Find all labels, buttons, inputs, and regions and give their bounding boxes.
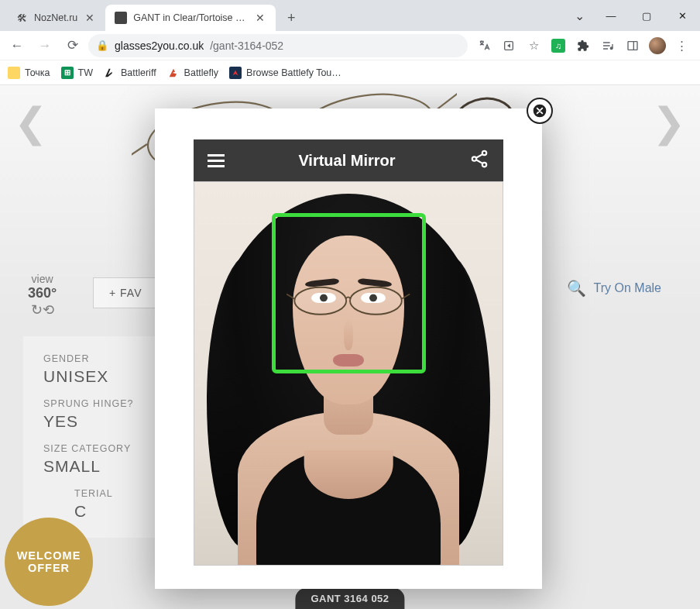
svg-point-9: [482, 151, 486, 155]
bookmark-label: Battlefly: [184, 67, 218, 78]
playlist-icon[interactable]: [598, 36, 618, 56]
lock-icon: 🔒: [96, 40, 108, 51]
tab-gant[interactable]: GANT in Clear/Tortoise Brown A ✕: [105, 5, 276, 31]
virtual-mirror-modal: Virtual Mirror: [155, 108, 542, 589]
spec-value: YES: [43, 412, 158, 431]
mirror-icon: 🔍: [567, 279, 586, 298]
back-button[interactable]: ←: [5, 33, 29, 58]
favourite-button[interactable]: + FAV: [93, 277, 158, 308]
favourite-label: + FAV: [109, 287, 142, 299]
site-favicon: [115, 12, 127, 24]
face-detection-box: [272, 213, 426, 373]
new-tab-button[interactable]: +: [280, 7, 302, 29]
translate-icon[interactable]: [474, 36, 494, 56]
wrench-icon: 🛠: [15, 12, 28, 24]
product-code: GANT 3164 052: [311, 593, 389, 604]
welcome-offer-line1: WELCOME: [17, 549, 81, 562]
svg-point-11: [482, 163, 486, 167]
view360-value: 360°: [28, 285, 57, 301]
url-path: /gant-3164-052: [210, 40, 283, 52]
close-icon: [532, 103, 547, 119]
bookmark-tw[interactable]: ⊞ TW: [61, 67, 93, 79]
bookmark-label: Точка: [25, 67, 50, 78]
folder-icon: [8, 67, 20, 79]
minimize-button[interactable]: —: [593, 4, 629, 27]
extensions-icon[interactable]: [573, 36, 593, 56]
model-photo: [194, 182, 503, 565]
site-icon: [229, 67, 242, 79]
extension-icons: ☆ ♫ ⋮: [471, 36, 695, 56]
modal-close-button[interactable]: [527, 98, 553, 124]
menu-button[interactable]: ⋮: [672, 36, 692, 56]
toolbar: ← → ⟳ 🔒 glasses2you.co.uk/gant-3164-052 …: [0, 31, 700, 60]
view-360-button[interactable]: view 360° ↻⟲: [28, 273, 57, 318]
maximize-button[interactable]: ▢: [629, 4, 664, 27]
bookmark-label: TW: [78, 67, 93, 78]
profile-avatar[interactable]: [647, 36, 667, 56]
page-content: ❮ ❯ view 360° ↻⟲ + FAV 🔍 Try On Male GEN…: [0, 85, 700, 609]
chevron-down-icon[interactable]: ⌄: [565, 4, 593, 27]
bookmarks-bar: Точка ⊞ TW Battleriff Battlefly Browse B…: [0, 60, 700, 85]
spec-label: TERIAL: [74, 488, 158, 499]
share-icon[interactable]: [469, 149, 489, 172]
spec-label: GENDER: [43, 353, 158, 364]
close-window-button[interactable]: ✕: [664, 4, 700, 27]
bookmark-tochka[interactable]: Точка: [8, 67, 50, 79]
modal-header: Virtual Mirror: [194, 139, 503, 181]
modal-title: Virtual Mirror: [225, 152, 469, 170]
share-icon[interactable]: [499, 36, 519, 56]
tab-title: GANT in Clear/Tortoise Brown A: [133, 12, 248, 23]
close-icon[interactable]: ✕: [254, 12, 266, 24]
address-bar[interactable]: 🔒 glasses2you.co.uk/gant-3164-052: [88, 34, 468, 57]
svg-rect-2: [628, 41, 637, 50]
spec-label: SIZE CATEGORY: [43, 443, 158, 454]
welcome-offer-badge[interactable]: WELCOME OFFER: [5, 518, 93, 606]
spec-value: SMALL: [43, 457, 158, 476]
menu-icon[interactable]: [208, 154, 225, 167]
window-titlebar: 🛠 NozNet.ru ✕ GANT in Clear/Tortoise Bro…: [0, 0, 700, 31]
bookmark-battleriff[interactable]: Battleriff: [104, 67, 156, 79]
bookmark-label: Battleriff: [121, 67, 156, 78]
carousel-prev-button[interactable]: ❮: [14, 99, 48, 146]
site-icon: ⊞: [61, 67, 74, 79]
music-extension-icon[interactable]: ♫: [548, 36, 568, 56]
bookmark-label: Browse Battlefy Tou…: [246, 67, 341, 78]
star-icon[interactable]: ☆: [523, 36, 544, 56]
reload-button[interactable]: ⟳: [60, 33, 85, 58]
try-on-male-label: Try On Male: [594, 281, 661, 295]
url-host: glasses2you.co.uk: [115, 40, 204, 52]
panel-icon[interactable]: [623, 36, 643, 56]
site-icon: [167, 67, 180, 79]
spec-label: SPRUNG HINGE?: [43, 398, 158, 409]
view360-label: view: [28, 273, 57, 285]
virtual-mirror-viewport[interactable]: [194, 181, 503, 566]
tab-noznet[interactable]: 🛠 NozNet.ru ✕: [6, 5, 105, 31]
bookmark-battlefly[interactable]: Battlefly: [167, 67, 218, 79]
forward-button[interactable]: →: [33, 33, 57, 58]
site-icon: [104, 67, 116, 79]
spec-value: UNISEX: [43, 367, 158, 386]
tab-title: NozNet.ru: [34, 12, 77, 23]
browser-tabs: 🛠 NozNet.ru ✕ GANT in Clear/Tortoise Bro…: [0, 0, 565, 31]
close-icon[interactable]: ✕: [84, 12, 96, 24]
rotate-icon: ↻⟲: [28, 301, 57, 318]
carousel-next-button[interactable]: ❯: [652, 99, 686, 146]
spec-value: C: [74, 502, 158, 521]
window-controls: ⌄ — ▢ ✕: [565, 0, 700, 31]
bookmark-battlefy[interactable]: Browse Battlefy Tou…: [229, 67, 341, 79]
welcome-offer-line2: OFFER: [28, 562, 70, 574]
svg-point-10: [472, 157, 476, 160]
product-code-pill: GANT 3164 052: [295, 588, 404, 609]
try-on-male-link[interactable]: 🔍 Try On Male: [567, 279, 661, 298]
